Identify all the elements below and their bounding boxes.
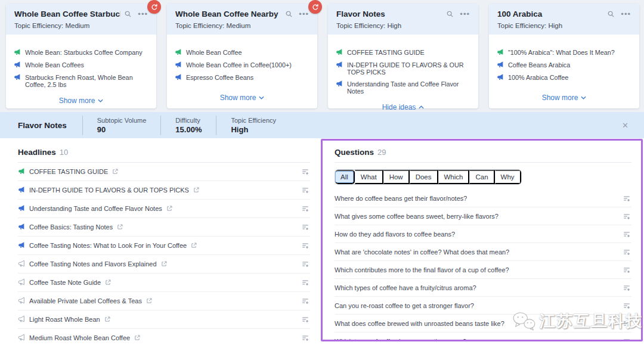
topic-idea: Understanding Taste and Coffee Flavor No… — [336, 80, 470, 95]
questions-list: Where do coffee beans get their flavor/n… — [335, 189, 631, 341]
add-to-list-icon[interactable] — [622, 337, 631, 342]
external-link-icon[interactable] — [191, 243, 197, 248]
topic-card[interactable]: Flavor Notes ••• Topic Efficiency: High — [328, 4, 478, 108]
external-link-icon[interactable] — [193, 187, 199, 193]
headline-row: Understanding Taste and Coffee Flavor No… — [18, 200, 310, 218]
question-filter-pill[interactable]: Which — [438, 170, 470, 184]
card-idea-list: "100% Arabica": What Does It Mean? Coffe… — [489, 35, 639, 90]
add-to-list-icon[interactable] — [301, 222, 310, 232]
show-more-link[interactable]: Show more — [167, 90, 317, 108]
headline-link[interactable]: IN-DEPTH GUIDE TO FLAVORS & OUR TOPS PIC… — [29, 187, 189, 194]
card-title: Whole Bean Coffee Nearby — [175, 10, 281, 18]
external-link-icon[interactable] — [161, 261, 167, 267]
add-to-list-icon[interactable] — [622, 229, 631, 239]
megaphone-icon — [14, 48, 21, 57]
topic-idea-label: COFFEE TASTING GUIDE — [347, 49, 425, 56]
headline-row: Coffee Taste Note Guide — [18, 273, 310, 292]
external-link-icon[interactable] — [166, 206, 172, 212]
topic-card[interactable]: Whole Bean Coffee Starbucks ••• Topic Ef… — [6, 4, 156, 108]
add-to-list-icon[interactable] — [622, 283, 631, 293]
topic-idea: Espresso Coffee Beans — [175, 74, 309, 82]
headline-row: Light Roast Whole Bean — [18, 310, 310, 329]
question-row: Where do coffee beans get their flavor/n… — [335, 189, 631, 207]
detail-bar: Flavor Notes Subtopic Volume 90 Difficul… — [0, 112, 644, 138]
megaphone-icon — [18, 297, 25, 305]
search-icon[interactable] — [285, 10, 293, 18]
question-row: Can you re-roast coffee to get a stronge… — [335, 297, 631, 315]
add-to-list-icon[interactable] — [301, 296, 310, 306]
topic-idea-label: Espresso Coffee Beans — [186, 74, 253, 81]
chevron-down-icon — [98, 99, 103, 102]
add-to-list-icon[interactable] — [301, 333, 310, 343]
more-options-icon[interactable]: ••• — [138, 11, 148, 17]
add-to-list-icon[interactable] — [301, 241, 310, 250]
refresh-badge-icon[interactable] — [147, 0, 161, 14]
add-to-list-icon[interactable] — [301, 167, 310, 176]
headline-link[interactable]: Medium Roast Whole Bean Coffee — [29, 334, 130, 341]
question-filter-pill[interactable]: All — [335, 170, 355, 184]
question-filter-pill[interactable]: What — [355, 170, 383, 184]
megaphone-icon — [497, 73, 504, 82]
chevron-down-icon — [581, 96, 586, 100]
external-link-icon[interactable] — [105, 279, 111, 285]
question-filter-pill[interactable]: Why — [495, 170, 521, 184]
more-options-icon[interactable]: ••• — [460, 11, 470, 17]
add-to-list-icon[interactable] — [622, 319, 631, 328]
topic-idea-label: 100% Arabica Coffee — [508, 74, 568, 81]
external-link-icon[interactable] — [134, 335, 140, 341]
add-to-list-icon[interactable] — [301, 259, 310, 269]
topic-card[interactable]: 100 Arabica ••• Topic Efficiency: High " — [489, 4, 639, 108]
detail-panel: Headlines 10 COFFEE TASTING GUIDE — [0, 138, 644, 345]
stat-label: Subtopic Volume — [97, 117, 147, 124]
topic-efficiency-label: Topic Efficiency: Medium — [14, 22, 148, 29]
question-filter-pill[interactable]: How — [383, 170, 410, 184]
megaphone-icon — [18, 186, 25, 194]
question-text: Which types of coffee have a fruity/citr… — [335, 284, 476, 291]
topic-idea: Whole Bean Coffees — [14, 61, 148, 69]
add-to-list-icon[interactable] — [622, 194, 631, 203]
headline-link[interactable]: Coffee Tasting Notes: What to Look For i… — [29, 242, 187, 249]
add-to-list-icon[interactable] — [622, 301, 631, 310]
add-to-list-icon[interactable] — [622, 265, 631, 275]
question-row: What are 'chocolate notes' in coffee? Wh… — [335, 243, 631, 261]
headlines-title: Headlines — [18, 148, 56, 157]
search-icon[interactable] — [124, 10, 132, 18]
megaphone-icon — [18, 260, 25, 268]
show-more-link[interactable]: Hide ideas — [328, 100, 478, 118]
add-to-list-icon[interactable] — [301, 278, 310, 287]
search-icon[interactable] — [607, 10, 615, 18]
headline-link[interactable]: Coffee Basics: Tasting Notes — [29, 223, 113, 231]
headline-link[interactable]: Light Roast Whole Bean — [29, 316, 100, 323]
show-more-link[interactable]: Show more — [6, 93, 156, 111]
topic-idea-label: IN-DEPTH GUIDE TO FLAVORS & OUR TOPS PIC… — [347, 61, 470, 76]
question-filter-pill[interactable]: Can — [469, 170, 494, 184]
external-link-icon[interactable] — [104, 316, 110, 322]
add-to-list-icon[interactable] — [622, 247, 631, 257]
topic-idea-label: Whole Bean Coffees — [25, 61, 84, 69]
headline-row: Coffee Basics: Tasting Notes — [18, 218, 310, 237]
topic-efficiency-label: Topic Efficiency: High — [497, 22, 631, 29]
topic-card[interactable]: Whole Bean Coffee Nearby ••• Topic Effic… — [167, 4, 317, 108]
headline-link[interactable]: Coffee Tasting Notes and Flavors Explain… — [29, 260, 157, 268]
close-icon[interactable]: ✕ — [620, 119, 631, 132]
question-filter-pill[interactable]: Does — [410, 170, 438, 184]
stat-value: 90 — [97, 125, 147, 134]
megaphone-icon — [18, 223, 25, 231]
headline-link[interactable]: Understanding Taste and Coffee Flavor No… — [29, 205, 162, 212]
more-options-icon[interactable]: ••• — [299, 11, 309, 17]
external-link-icon[interactable] — [117, 224, 123, 230]
add-to-list-icon[interactable] — [301, 185, 310, 195]
more-options-icon[interactable]: ••• — [621, 11, 631, 17]
add-to-list-icon[interactable] — [301, 204, 310, 213]
headline-link[interactable]: COFFEE TASTING GUIDE — [29, 168, 108, 175]
external-link-icon[interactable] — [112, 169, 118, 175]
add-to-list-icon[interactable] — [622, 212, 631, 221]
topic-idea-label: Understanding Taste and Coffee Flavor No… — [347, 80, 470, 95]
show-more-link[interactable]: Show more — [489, 90, 639, 108]
external-link-icon[interactable] — [146, 298, 152, 304]
refresh-badge-icon[interactable] — [308, 0, 322, 14]
headline-link[interactable]: Available Private Label Coffees & Teas — [29, 297, 142, 304]
headline-link[interactable]: Coffee Taste Note Guide — [29, 279, 101, 286]
add-to-list-icon[interactable] — [301, 315, 310, 324]
search-icon[interactable] — [446, 10, 454, 18]
